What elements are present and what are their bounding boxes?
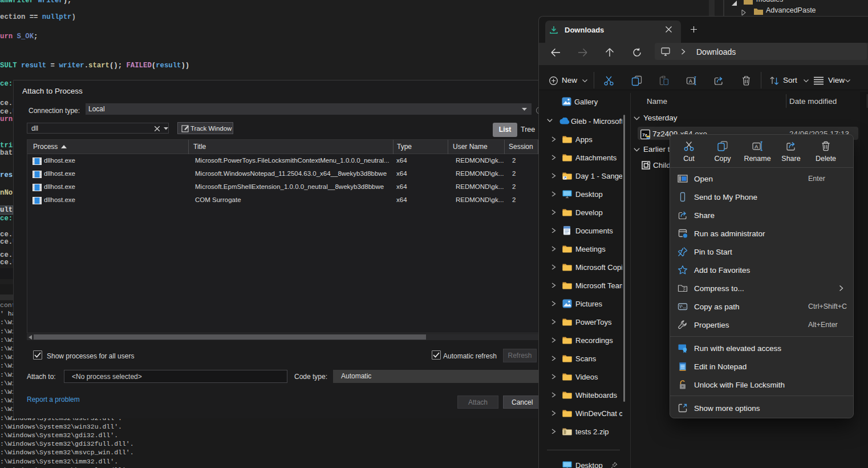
svg-text:A: A <box>755 144 758 150</box>
svg-text:A: A <box>689 78 692 84</box>
svg-text:7z: 7z <box>642 132 647 138</box>
